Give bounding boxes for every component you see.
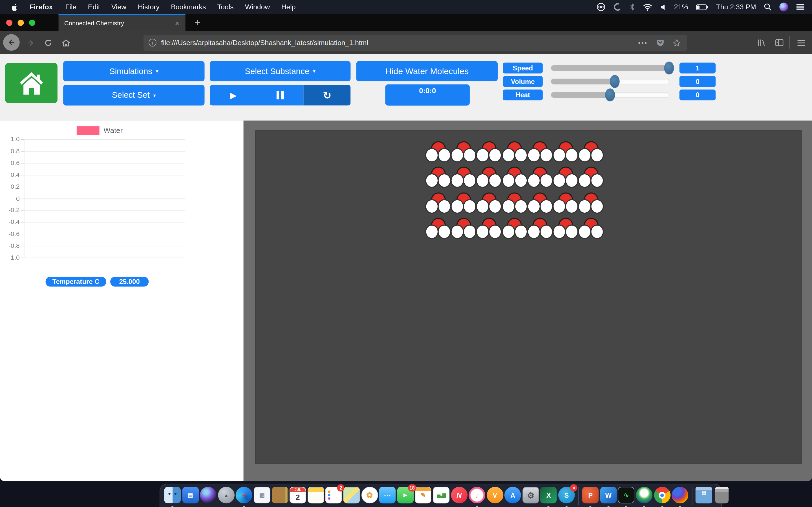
reload-button[interactable] — [43, 38, 52, 47]
water-molecule[interactable] — [502, 218, 527, 241]
water-molecule[interactable] — [502, 167, 527, 190]
menu-app-name[interactable]: Firefox — [23, 0, 59, 14]
firefox-dock-icon[interactable] — [672, 487, 689, 503]
legend-swatch-water[interactable] — [77, 126, 100, 135]
monitor-dock-icon[interactable]: ∿ — [618, 487, 635, 503]
facetime-dock-icon[interactable]: ▶18 — [397, 487, 414, 503]
hide-water-molecules-button[interactable]: Hide Water Molecules — [356, 61, 498, 81]
battery-icon[interactable] — [696, 4, 708, 10]
appstore-dock-icon[interactable]: A — [504, 487, 521, 503]
water-molecule[interactable] — [425, 192, 451, 216]
menu-item-window[interactable]: Window — [239, 0, 276, 14]
page-actions-icon[interactable]: ••• — [638, 39, 648, 47]
excel-dock-icon[interactable]: X — [541, 487, 557, 503]
chrome-dock-icon[interactable] — [654, 487, 670, 503]
water-molecule[interactable] — [502, 141, 527, 165]
forward-button[interactable] — [26, 38, 35, 47]
water-molecule[interactable] — [578, 218, 604, 241]
trash-dock-icon[interactable] — [714, 487, 730, 503]
close-window-button[interactable] — [6, 19, 12, 25]
water-molecule[interactable] — [451, 192, 476, 216]
skype-dock-icon[interactable]: S× — [558, 487, 575, 503]
legend-label-water[interactable]: Water — [103, 126, 123, 134]
menu-item-tools[interactable]: Tools — [212, 0, 239, 14]
water-molecule[interactable] — [553, 192, 578, 216]
spotlight-search-icon[interactable] — [764, 3, 772, 11]
menu-item-history[interactable]: History — [132, 0, 165, 14]
contacts-dock-icon[interactable] — [271, 487, 288, 503]
tab-close-icon[interactable]: × — [173, 19, 181, 27]
water-molecule[interactable] — [476, 141, 502, 165]
maps-dock-icon[interactable] — [343, 487, 360, 503]
speed-slider[interactable] — [550, 65, 669, 71]
water-molecule[interactable] — [578, 192, 604, 216]
temperature-label-button[interactable]: Temperature C — [46, 277, 106, 287]
water-molecule[interactable] — [502, 192, 527, 216]
water-molecule[interactable] — [451, 167, 476, 190]
menu-item-help[interactable]: Help — [275, 0, 301, 14]
downloads-dock-icon[interactable]: ▤ — [696, 487, 712, 503]
play-button[interactable]: ▶ — [210, 85, 257, 105]
water-molecule[interactable] — [425, 141, 451, 165]
home-button[interactable] — [5, 63, 57, 103]
temperature-value-button[interactable]: 25.000 — [110, 277, 149, 287]
mail-dock-icon[interactable]: ▨ — [254, 487, 270, 503]
menu-item-edit[interactable]: Edit — [82, 0, 106, 14]
simulations-dropdown[interactable]: Simulations ▾ — [63, 61, 204, 81]
pages-dock-icon[interactable]: ✎ — [415, 487, 432, 503]
page-info-icon[interactable]: i — [149, 39, 156, 47]
minimize-window-button[interactable] — [17, 19, 24, 25]
calendar-dock-icon[interactable]: JUL2 — [290, 487, 306, 503]
volume-icon[interactable] — [660, 4, 666, 10]
notification-center-icon[interactable] — [796, 4, 805, 10]
water-molecule[interactable] — [451, 141, 476, 165]
launchpad-dock-icon[interactable]: ▲ — [218, 487, 235, 503]
photos-dock-icon[interactable]: ✿ — [361, 487, 378, 503]
keynote-dock-icon[interactable]: ▤ — [182, 487, 199, 503]
library-button[interactable] — [757, 38, 766, 47]
siri-dock-icon[interactable] — [200, 487, 216, 503]
safari-dock-icon[interactable]: ➤ — [236, 487, 252, 503]
sidebar-toggle-button[interactable] — [775, 38, 783, 47]
pocket-icon[interactable] — [656, 39, 664, 47]
water-molecule[interactable] — [425, 167, 451, 190]
reset-button[interactable]: ↻ — [304, 85, 351, 105]
water-molecule[interactable] — [578, 141, 604, 165]
creative-cloud-icon[interactable] — [596, 3, 605, 11]
water-molecule[interactable] — [578, 167, 604, 190]
menu-clock[interactable]: Thu 2:33 PM — [716, 3, 756, 11]
news-dock-icon[interactable]: N — [451, 487, 467, 503]
books-dock-icon[interactable]: V — [487, 487, 503, 503]
notes-dock-icon[interactable] — [308, 487, 324, 503]
powerpoint-dock-icon[interactable]: P — [582, 487, 599, 503]
wifi-icon[interactable] — [643, 3, 652, 11]
bookmark-star-icon[interactable] — [673, 39, 681, 47]
home-nav-button[interactable] — [62, 38, 70, 47]
water-molecule[interactable] — [425, 218, 451, 241]
siri-icon[interactable] — [779, 3, 788, 11]
select-substance-dropdown[interactable]: Select Substance ▾ — [210, 61, 351, 81]
url-text[interactable]: file:///Users/arpitasaha/Desktop/Shashan… — [161, 39, 638, 47]
select-set-dropdown[interactable]: Select Set ▾ — [63, 85, 204, 105]
back-button[interactable] — [3, 34, 20, 51]
water-molecule[interactable] — [451, 218, 476, 241]
zoom-window-button[interactable] — [29, 19, 35, 25]
water-molecule[interactable] — [553, 141, 578, 165]
webex-dock-icon[interactable] — [636, 487, 653, 503]
new-tab-button[interactable]: + — [190, 14, 205, 31]
water-molecule[interactable] — [476, 192, 502, 216]
speed-slider-thumb[interactable] — [664, 62, 674, 75]
messages-dock-icon[interactable]: ⋯ — [379, 487, 396, 503]
finder-dock-icon[interactable] — [164, 487, 181, 503]
url-bar[interactable]: i file:///Users/arpitasaha/Desktop/Shash… — [144, 35, 688, 51]
heat-slider[interactable] — [550, 92, 669, 98]
heat-slider-thumb[interactable] — [605, 89, 615, 101]
menu-item-file[interactable]: File — [59, 0, 82, 14]
menu-item-bookmarks[interactable]: Bookmarks — [165, 0, 211, 14]
water-molecule[interactable] — [527, 167, 553, 190]
water-molecule[interactable] — [527, 192, 553, 216]
volume-slider[interactable] — [550, 78, 669, 84]
water-molecule[interactable] — [553, 218, 578, 241]
water-molecule[interactable] — [476, 167, 502, 190]
word-dock-icon[interactable]: W — [600, 487, 617, 503]
